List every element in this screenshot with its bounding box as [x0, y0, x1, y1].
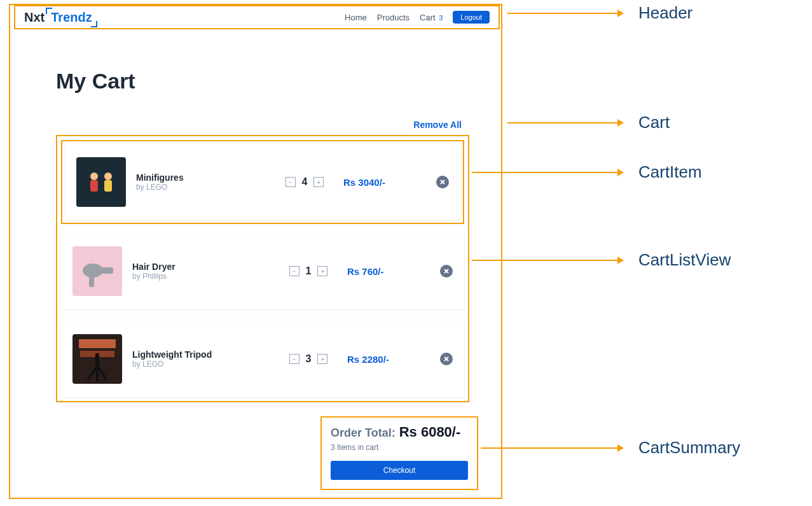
item-info: Hair Dryer by Phillips	[132, 262, 270, 281]
logo: Nxt Trendz	[24, 10, 96, 25]
remove-item-button[interactable]	[436, 176, 449, 188]
item-thumbnail	[76, 157, 126, 207]
annotation-arrow	[507, 13, 623, 14]
header-annotation-box: Nxt Trendz Home Products Cart 3 Logout	[14, 5, 500, 29]
close-icon	[443, 356, 450, 362]
annotation-label-cartitem: CartItem	[638, 162, 702, 182]
logo-text-2: Trendz	[47, 10, 95, 25]
svg-rect-10	[89, 274, 94, 287]
quantity-control: − 4 +	[276, 176, 333, 188]
checkout-button[interactable]: Checkout	[331, 461, 468, 480]
item-price: Rs 2280/-	[347, 354, 417, 365]
close-icon	[443, 268, 450, 274]
minifigures-icon	[76, 157, 126, 207]
annotation-label-summary: CartSummary	[638, 438, 740, 458]
quantity-value: 1	[306, 265, 312, 277]
nav-cart[interactable]: Cart 3	[420, 13, 443, 22]
svg-point-1	[90, 172, 98, 180]
item-thumbnail	[72, 334, 122, 384]
cart-count-badge: 3	[439, 14, 443, 22]
annotation-arrow	[472, 260, 623, 261]
nav: Home Products Cart 3 Logout	[345, 11, 490, 24]
logout-button[interactable]: Logout	[453, 11, 490, 24]
item-brand: by LEGO	[132, 360, 270, 369]
svg-rect-0	[76, 157, 126, 207]
header: Nxt Trendz Home Products Cart 3 Logout	[15, 6, 499, 28]
summary-label: Order Total:	[331, 426, 396, 440]
decrement-button[interactable]: −	[286, 177, 296, 187]
cart-item-annotation-box: Minifigures by LEGO − 4 + Rs 3040/-	[61, 140, 464, 224]
svg-rect-2	[90, 180, 98, 192]
cart-summary: Order Total: Rs 6080/- 3 Items in cart C…	[320, 416, 478, 490]
increment-button[interactable]: +	[317, 266, 327, 276]
summary-total-line: Order Total: Rs 6080/-	[331, 424, 468, 440]
item-brand: by LEGO	[136, 183, 266, 192]
quantity-control: − 3 +	[280, 353, 337, 365]
decrement-button[interactable]: −	[289, 266, 299, 276]
item-info: Lightweight Tripod by LEGO	[132, 349, 270, 369]
quantity-control: − 1 +	[280, 265, 337, 277]
item-title: Hair Dryer	[132, 262, 270, 272]
remove-item-button[interactable]	[440, 265, 453, 278]
cart-item: Minifigures by LEGO − 4 + Rs 3040/-	[65, 144, 460, 220]
annotation-label-header: Header	[638, 3, 692, 23]
nav-cart-label: Cart	[420, 13, 436, 22]
item-title: Lightweight Tripod	[132, 349, 270, 360]
cart-item: Hair Dryer by Phillips − 1 + Rs 760/-	[61, 233, 464, 309]
decrement-button[interactable]: −	[289, 354, 299, 364]
nav-products[interactable]: Products	[377, 13, 409, 22]
quantity-value: 4	[302, 176, 308, 188]
item-thumbnail	[72, 246, 122, 296]
item-info: Minifigures by LEGO	[136, 172, 266, 192]
item-title: Minifigures	[136, 172, 266, 183]
cart-list-view: Minifigures by LEGO − 4 + Rs 3040/-	[56, 135, 469, 402]
page-title: My Cart	[56, 69, 135, 94]
remove-all-button[interactable]: Remove All	[413, 120, 462, 130]
item-price: Rs 3040/-	[343, 177, 413, 188]
svg-rect-9	[100, 267, 113, 274]
annotation-arrow	[507, 122, 623, 123]
increment-button[interactable]: +	[317, 354, 327, 364]
summary-amount: Rs 6080/-	[399, 424, 461, 440]
svg-point-3	[104, 172, 112, 180]
item-price: Rs 760/-	[347, 266, 417, 277]
summary-count: 3 Items in cart	[331, 443, 468, 452]
annotation-arrow	[481, 447, 623, 449]
logo-text-1: Nxt	[24, 10, 45, 25]
annotation-arrow	[472, 172, 623, 173]
increment-button[interactable]: +	[313, 177, 324, 187]
annotation-label-cartlist: CartListView	[638, 250, 731, 270]
svg-rect-16	[95, 353, 99, 366]
svg-rect-4	[104, 180, 112, 192]
annotation-label-cart: Cart	[638, 113, 670, 132]
close-icon	[439, 179, 446, 185]
hair-dryer-icon	[72, 246, 122, 296]
item-brand: by Phillips	[132, 272, 270, 281]
cart-item: Lightweight Tripod by LEGO − 3 + Rs 2280…	[61, 321, 464, 397]
quantity-value: 3	[306, 353, 312, 365]
svg-rect-14	[79, 339, 116, 348]
app-container: Nxt Trendz Home Products Cart 3 Logout M…	[9, 4, 502, 499]
remove-item-button[interactable]	[440, 353, 453, 365]
tripod-icon	[72, 334, 122, 384]
nav-home[interactable]: Home	[345, 13, 367, 22]
